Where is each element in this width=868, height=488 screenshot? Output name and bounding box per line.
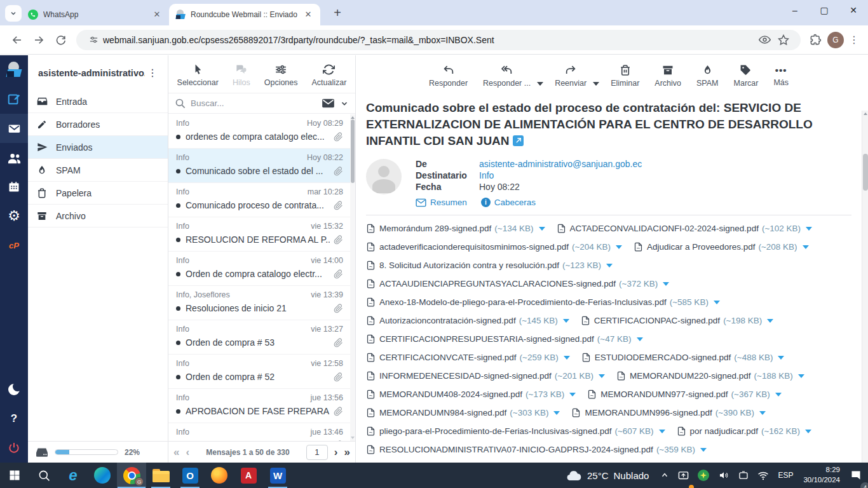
reload-button[interactable] [50, 29, 71, 51]
attachment-menu-caret[interactable] [564, 356, 570, 360]
url-bar[interactable]: webmail.sanjuan.gob.ec/cpsess2658892017/… [76, 30, 801, 50]
logout-button[interactable] [0, 433, 28, 463]
first-page-button[interactable]: « [173, 447, 179, 458]
spam-button[interactable]: SPAM [696, 64, 719, 88]
next-page-button[interactable]: › [334, 447, 338, 458]
rail-calendar-tab[interactable] [0, 172, 28, 201]
close-button[interactable]: ✕ [839, 5, 868, 15]
file-explorer-button[interactable] [146, 463, 175, 488]
attachment-menu-caret[interactable] [616, 245, 622, 249]
attachment-name[interactable]: MEMORANDUMN984-signed.pdf [379, 408, 506, 417]
attachment-menu-caret[interactable] [606, 264, 613, 268]
open-in-new-window-icon[interactable] [513, 135, 524, 146]
attachment-item[interactable]: ACTADECONVALIDACIONFI-02-2024-signed.pdf… [557, 223, 813, 234]
search-options-chevron-icon[interactable] [340, 99, 349, 108]
attachment-item[interactable]: Autorizacioncontratación-signed.pdf (~14… [366, 315, 569, 326]
attachment-name[interactable]: MEMORANDUM408-2024-signed.pdf [379, 390, 522, 399]
edge-button[interactable] [88, 463, 117, 488]
attachment-menu-caret[interactable] [563, 319, 569, 323]
internet-explorer-button[interactable]: e [58, 463, 88, 488]
mark-button[interactable]: Marcar [734, 64, 759, 88]
list-scrollbar[interactable] [350, 114, 355, 441]
attachment-menu-caret[interactable] [759, 411, 766, 415]
attachment-name[interactable]: pliego-para-el-Procedimiento-de-Ferias-I… [379, 426, 611, 436]
message-row[interactable]: Info, Joseflores vie 13:39 Resoluciones … [168, 286, 351, 320]
attachment-name[interactable]: ESTUDIODEMERCADO-signed.pdf [595, 353, 731, 362]
url-text[interactable]: webmail.sanjuan.gob.ec/cpsess2658892017/… [103, 35, 755, 45]
folder-spam[interactable]: SPAM [28, 159, 168, 182]
delete-button[interactable]: Eliminar [611, 64, 639, 88]
scroll-up-arrow[interactable] [351, 116, 355, 119]
attachment-item[interactable]: ACTAAUDIENCIAPREGUNTASYACLARACIONES-sign… [366, 278, 669, 289]
taskbar-clock[interactable]: 8:29 30/10/2024 [798, 465, 845, 485]
start-button[interactable] [0, 463, 29, 488]
attachment-item[interactable]: INFORMEDENECESIDAD-signed-signed.pdf (~2… [366, 370, 605, 381]
attachment-item[interactable]: RESOLUCIONADMINISTRATIVA07-INICIO-GADPRS… [366, 444, 707, 455]
attachment-item[interactable]: CERTIFICACIONVCATE-signed.pdf (~259 KB) [366, 352, 570, 363]
attachment-menu-caret[interactable] [803, 245, 809, 249]
attachment-menu-caret[interactable] [663, 282, 669, 286]
maximize-button[interactable]: ▢ [810, 5, 839, 15]
attachment-name[interactable]: MEMORANDUMN977-signed.pdf [600, 390, 728, 399]
message-row[interactable]: Info vie 12:58 Orden de compra # 52 [168, 355, 351, 389]
attachment-item[interactable]: CERTIFICACIONPRESUPUESTARIA-signed-signe… [366, 334, 643, 344]
attachment-name[interactable]: por nadjudicar.pdf [690, 426, 758, 436]
attachment-name[interactable]: RESOLUCIONADMINISTRATIVA07-INICIO-GADPRS… [379, 445, 653, 454]
scroll-up-arrow[interactable] [864, 112, 867, 115]
weather-widget[interactable]: 25°C Nublado [559, 470, 655, 481]
attachment-name[interactable]: INFORMEDENECESIDAD-signed-signed.pdf [379, 371, 552, 381]
message-row[interactable]: Info Hoy 08:22 Comunicado sobre el estad… [168, 149, 351, 183]
attachment-menu-caret[interactable] [637, 337, 643, 341]
help-button[interactable]: ? [0, 404, 28, 433]
attachment-name[interactable]: 8. Solicitud Autorización contra y resol… [379, 261, 559, 270]
threads-button[interactable]: Hilos [233, 64, 250, 87]
attachment-menu-caret[interactable] [553, 411, 560, 415]
attachment-item[interactable]: MEMORANDUMN977-signed.pdf (~367 KB) [587, 389, 781, 400]
attachment-item[interactable]: Memorándum 289-signed.pdf (~134 KB) [366, 223, 545, 234]
attachment-item[interactable]: Anexo-18-Modelo-de-pliego-para-el-Proced… [366, 297, 720, 308]
message-row[interactable]: Info mar 10:28 Comunicado proceso de con… [168, 183, 351, 217]
folder-papelera[interactable]: Papelera [28, 182, 168, 205]
attachment-item[interactable]: Adjudicar a Proveedores.pdf (~208 KB) [634, 241, 809, 252]
attachment-name[interactable]: Anexo-18-Modelo-de-pliego-para-el-Proced… [379, 297, 667, 307]
compose-button[interactable] [0, 85, 28, 114]
folder-borradores[interactable]: Borradores [28, 113, 168, 136]
minimize-button[interactable]: – [780, 5, 810, 15]
attachment-menu-caret[interactable] [659, 430, 665, 433]
message-row[interactable]: Info vie 15:32 RESOLUCION DE REFORMA AL … [168, 217, 351, 252]
attachment-menu-caret[interactable] [700, 448, 707, 452]
page-number-input[interactable]: 1 [306, 445, 328, 460]
folder-entrada[interactable]: Entrada [28, 90, 168, 113]
attachment-item[interactable]: pliego-para-el-Procedimiento-de-Ferias-I… [366, 426, 665, 437]
attachment-item[interactable]: CERTIFICACIONPAC-signed.pdf (~198 KB) [581, 315, 773, 326]
scroll-down-arrow[interactable] [351, 437, 355, 439]
reply-button[interactable]: Responder [429, 64, 468, 88]
reply-all-menu-caret[interactable] [537, 82, 543, 86]
browser-profile-avatar[interactable]: G [827, 32, 844, 48]
attachment-name[interactable]: MEMORANDUM220-signed.pdf [630, 371, 751, 381]
tab-close-icon[interactable]: ✕ [302, 9, 314, 20]
attachment-menu-caret[interactable] [798, 374, 804, 378]
attachment-name[interactable]: CERTIFICACIONPAC-signed.pdf [594, 316, 720, 325]
attachment-name[interactable]: MEMORANDUMN996-signed.pdf [585, 408, 712, 417]
rail-cpanel-link[interactable]: cP [0, 231, 28, 260]
new-tab-button[interactable]: + [329, 6, 346, 20]
attachment-item[interactable]: MEMORANDUMN984-signed.pdf (~303 KB) [366, 407, 560, 418]
list-scrollbar-thumb[interactable] [351, 119, 355, 183]
message-row[interactable]: Info vie 14:00 Orden de compra catalogo … [168, 252, 351, 286]
tab-close-icon[interactable]: ✕ [151, 9, 163, 20]
attachment-name[interactable]: Memorándum 289-signed.pdf [379, 224, 491, 233]
attachment-menu-caret[interactable] [569, 393, 576, 396]
extensions-puzzle-icon[interactable] [806, 31, 825, 49]
rail-contacts-tab[interactable] [0, 143, 28, 172]
attachment-name[interactable]: actadeverificacionderequisitosminimos-si… [379, 242, 569, 252]
attachment-menu-caret[interactable] [805, 430, 811, 433]
reading-mode-eye-icon[interactable] [755, 31, 774, 49]
tray-chevron-up[interactable] [656, 463, 673, 488]
notification-center-button[interactable]: 4 [846, 463, 865, 488]
attachment-menu-caret[interactable] [775, 393, 782, 396]
outlook-button[interactable]: O [175, 463, 205, 488]
bookmark-star-icon[interactable] [774, 31, 793, 49]
language-indicator[interactable]: ESP [774, 463, 797, 488]
attachment-menu-caret[interactable] [714, 301, 720, 304]
